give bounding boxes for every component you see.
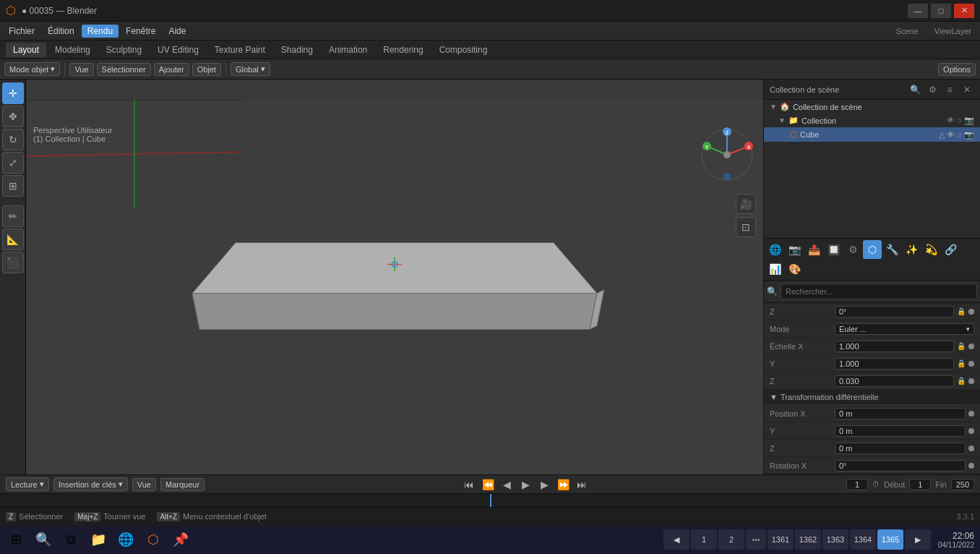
blender-taskbar-btn[interactable]: ⬡ — [140, 527, 166, 553]
mode-selector[interactable]: Mode objet ▾ — [4, 62, 60, 76]
prop-pos-y-value[interactable]: 0 m — [835, 425, 966, 437]
tool-measure[interactable]: 📐 — [2, 229, 24, 250]
tool-move[interactable]: ✥ — [2, 106, 24, 127]
prop-y-lock[interactable]: 🔒 — [957, 359, 966, 367]
prop-echelle-x-lock[interactable]: 🔒 — [957, 342, 966, 350]
cube-render-icon[interactable]: 📷 — [964, 130, 974, 140]
prop-pos-x-dot[interactable] — [968, 411, 974, 417]
start-menu-btn[interactable]: ⊞ — [3, 527, 29, 553]
marqueur-btn[interactable]: Marqueur — [160, 478, 205, 491]
tab-rendering[interactable]: Rendering — [376, 43, 430, 57]
brave-browser-btn[interactable]: 🌐 — [113, 527, 139, 553]
lecture-dropdown[interactable]: Lecture ▾ — [6, 477, 49, 491]
prop-pos-z-dot[interactable] — [968, 446, 974, 451]
prop-y-value[interactable]: 1.000 — [835, 358, 954, 370]
props-output-icon[interactable]: 📤 — [804, 240, 823, 259]
prop-z-value[interactable]: 0° — [835, 306, 954, 318]
task-view-btn[interactable]: ⧉ — [58, 527, 84, 553]
taskbar-search-btn[interactable]: 🔍 — [30, 527, 56, 553]
prop-pos-x-value[interactable]: 0 m — [835, 408, 966, 419]
props-modifier-icon[interactable]: 🔧 — [882, 240, 901, 259]
outliner-settings-btn[interactable]: ⚙ — [925, 82, 940, 97]
props-particles-icon[interactable]: ✨ — [902, 240, 921, 259]
tab-animation[interactable]: Animation — [322, 43, 374, 57]
collection-eye-icon[interactable]: 👁 — [947, 116, 955, 125]
props-scene-icon[interactable]: 🌐 — [765, 240, 784, 259]
select-menu[interactable]: Sélectionner — [97, 63, 151, 76]
add-menu[interactable]: Ajouter — [154, 63, 189, 76]
prop-rot-x-dot[interactable] — [968, 463, 974, 469]
outliner-search-btn[interactable]: 🔍 — [908, 82, 922, 97]
next-frame-btn[interactable]: ⏩ — [556, 477, 570, 492]
options-button[interactable]: Options — [938, 63, 976, 76]
viewport-3d[interactable]: Perspective Utilisateur (1) Collection |… — [26, 80, 763, 474]
cube-hide-icon[interactable]: ○ — [957, 130, 962, 140]
page-next-btn[interactable]: ▶ — [905, 529, 931, 550]
tool-scale[interactable]: ⤢ — [2, 152, 24, 174]
collection-hide-icon[interactable]: ○ — [957, 116, 962, 125]
play-btn[interactable]: ▶ — [518, 477, 533, 492]
end-frame-display[interactable]: 250 — [951, 479, 974, 490]
view-menu[interactable]: Vue — [69, 63, 93, 76]
outliner-close-btn[interactable]: ✕ — [960, 82, 974, 97]
prop-rot-x-value[interactable]: 0° — [835, 460, 966, 472]
props-constraints-icon[interactable]: 🔗 — [941, 240, 960, 259]
page-1365-btn[interactable]: 1365 — [877, 529, 903, 550]
collection-render-icon[interactable]: 📷 — [964, 116, 974, 125]
prop-z-dot[interactable] — [968, 309, 974, 315]
prop-y-dot[interactable] — [968, 361, 974, 367]
menu-fichier[interactable]: Fichier — [3, 25, 40, 38]
prop-pos-z-value[interactable]: 0 m — [835, 443, 966, 454]
prev-keyframe-btn[interactable]: ◀ — [499, 477, 514, 492]
next-keyframe-btn[interactable]: ▶ — [537, 477, 551, 492]
prop-z-echelle-lock[interactable]: 🔒 — [957, 377, 966, 385]
tab-compositing[interactable]: Compositing — [432, 43, 495, 57]
vue-btn[interactable]: Vue — [132, 478, 156, 491]
prev-frame-btn[interactable]: ⏪ — [481, 477, 495, 492]
tab-shading[interactable]: Shading — [274, 43, 320, 57]
page-1361-btn[interactable]: 1361 — [768, 529, 794, 550]
pin-btn[interactable]: 📌 — [168, 527, 194, 553]
prop-z-lock[interactable]: 🔒 — [957, 307, 966, 315]
collection-row[interactable]: ▼ 📁 Collection 👁 ○ 📷 — [764, 114, 980, 127]
tool-rotate[interactable]: ↻ — [2, 129, 24, 150]
props-view-layer-icon[interactable]: 🔲 — [824, 240, 843, 259]
jump-start-btn[interactable]: ⏮ — [462, 477, 476, 492]
current-frame-display[interactable]: 1 — [846, 479, 868, 490]
page-dots-btn[interactable]: ••• — [746, 529, 766, 550]
props-scene-props-icon[interactable]: ⚙ — [843, 240, 862, 259]
prop-pos-y-dot[interactable] — [968, 428, 974, 434]
tab-sculpting[interactable]: Sculpting — [99, 43, 149, 57]
prop-z-echelle-value[interactable]: 0.030 — [835, 375, 954, 387]
page-2-btn[interactable]: 2 — [718, 529, 744, 550]
viewport-canvas[interactable]: Perspective Utilisateur (1) Collection |… — [26, 100, 763, 474]
cube-eye-icon[interactable]: 👁 — [947, 130, 955, 140]
menu-fenetre[interactable]: Fenêtre — [120, 25, 161, 38]
close-button[interactable]: ✕ — [954, 4, 974, 18]
prop-echelle-x-value[interactable]: 1.000 — [835, 341, 954, 352]
props-object-icon[interactable]: ⬡ — [863, 240, 882, 259]
maximize-button[interactable]: □ — [931, 4, 951, 18]
props-material-icon[interactable]: 🎨 — [785, 260, 804, 278]
prop-echelle-x-dot[interactable] — [968, 344, 974, 349]
outliner-menu-btn[interactable]: ≡ — [942, 82, 957, 97]
start-frame-display[interactable]: 1 — [909, 479, 931, 490]
page-1364-btn[interactable]: 1364 — [850, 529, 876, 550]
transform-selector[interactable]: Global ▾ — [231, 62, 270, 76]
page-1362-btn[interactable]: 1362 — [795, 529, 821, 550]
prop-mode-value[interactable]: Euler ... ▾ — [835, 323, 974, 335]
menu-rendu[interactable]: Rendu — [82, 25, 119, 38]
tool-annotate[interactable]: ✏ — [2, 205, 24, 227]
menu-edition[interactable]: Édition — [42, 25, 80, 38]
viewport-gizmo[interactable]: Z X Y — [698, 126, 756, 184]
file-explorer-btn[interactable]: 📁 — [85, 527, 111, 553]
cube-row[interactable]: ⬡ Cube △ 👁 ○ 📷 — [764, 127, 980, 142]
page-1-btn[interactable]: 1 — [691, 529, 717, 550]
props-data-icon[interactable]: 📊 — [765, 260, 784, 278]
object-menu[interactable]: Objet — [192, 63, 221, 76]
camera-view-btn[interactable]: 🎥 — [736, 194, 756, 214]
properties-search-input[interactable] — [781, 284, 977, 299]
menu-aide[interactable]: Aide — [163, 25, 192, 38]
tab-texture-paint[interactable]: Texture Paint — [207, 43, 272, 57]
minimize-button[interactable]: — — [908, 4, 928, 18]
